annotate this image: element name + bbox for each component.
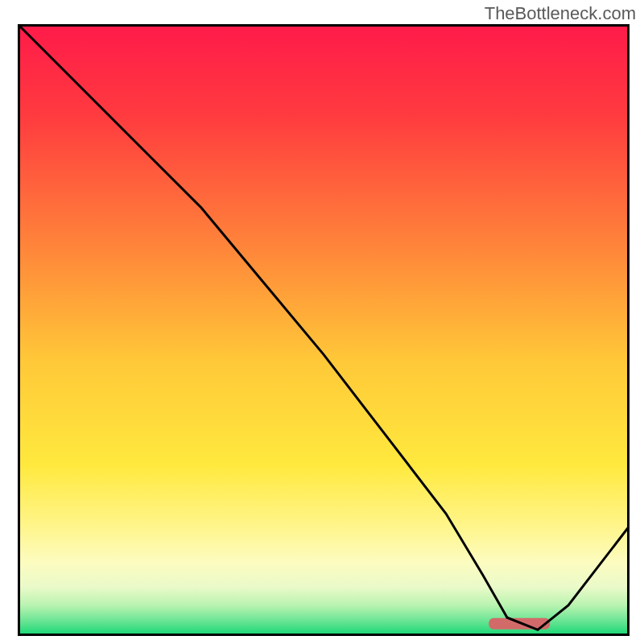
chart-canvas: [18, 24, 630, 636]
chart-svg: [18, 24, 630, 636]
watermark-text: TheBottleneck.com: [485, 3, 636, 24]
